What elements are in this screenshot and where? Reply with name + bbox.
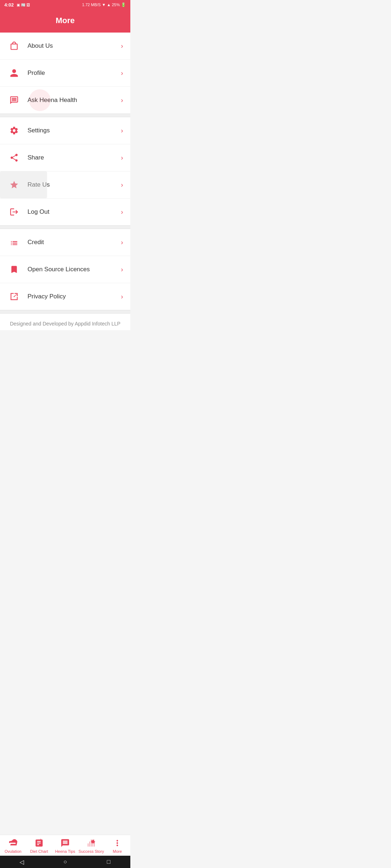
about-us-label: About Us — [28, 42, 121, 50]
battery: 25% — [112, 3, 120, 7]
menu-item-privacy[interactable]: Privacy Policy › — [0, 283, 130, 310]
status-left: 4:02 ▣ 📰 🖼 — [4, 2, 30, 8]
menu-item-credit[interactable]: Credit › — [0, 229, 130, 256]
wifi-icon: ▼ — [102, 3, 106, 7]
checklist-icon — [7, 235, 21, 249]
chat-icon — [7, 93, 21, 107]
ask-heena-label: Ask Heena Health — [28, 97, 121, 104]
person-icon — [7, 66, 21, 80]
bag-icon — [7, 39, 21, 53]
rate-us-chevron: › — [121, 181, 123, 189]
menu-item-logout[interactable]: Log Out › — [0, 199, 130, 225]
share-chevron: › — [121, 154, 123, 162]
signal-icon: ▲ — [107, 3, 111, 7]
menu-item-settings[interactable]: Settings › — [0, 117, 130, 144]
menu-group-1: About Us › Profile › Ask Heena Health › — [0, 33, 130, 114]
privacy-chevron: › — [121, 293, 123, 301]
share-icon — [7, 151, 21, 165]
bookmark-icon — [7, 263, 21, 276]
profile-chevron: › — [121, 69, 123, 77]
settings-chevron: › — [121, 127, 123, 135]
status-time: 4:02 — [4, 2, 14, 8]
share-label: Share — [28, 154, 121, 161]
divider-2 — [0, 225, 130, 229]
settings-label: Settings — [28, 127, 121, 134]
status-right: 1.72 MB/S ▼ ▲ 25% 🔋 — [82, 3, 126, 7]
gear-icon — [7, 124, 21, 137]
notification-icons: ▣ 📰 🖼 — [17, 3, 30, 7]
menu-item-open-source[interactable]: Open Source Licences › — [0, 256, 130, 283]
menu-group-3: Credit › Open Source Licences › Privacy … — [0, 229, 130, 310]
menu-item-rate-us[interactable]: Rate Us › — [0, 171, 130, 199]
open-source-label: Open Source Licences — [28, 266, 121, 273]
menu-group-2: Settings › Share › Rate Us › Log Out › — [0, 117, 130, 225]
battery-icon: 🔋 — [121, 3, 126, 7]
about-us-chevron: › — [121, 42, 123, 50]
open-source-chevron: › — [121, 266, 123, 273]
credit-label: Credit — [28, 239, 121, 246]
logout-chevron: › — [121, 208, 123, 216]
logout-icon — [7, 205, 21, 219]
page-title: More — [56, 16, 75, 25]
menu-item-ask-heena[interactable]: Ask Heena Health › — [0, 87, 130, 114]
footer-credit: Designed and Developed by Appdid Infotec… — [0, 314, 130, 330]
profile-label: Profile — [28, 69, 121, 77]
ask-heena-chevron: › — [121, 97, 123, 104]
policy-icon — [7, 290, 21, 303]
logout-label: Log Out — [28, 208, 121, 216]
divider-3 — [0, 310, 130, 314]
divider-1 — [0, 114, 130, 117]
menu-item-profile[interactable]: Profile › — [0, 60, 130, 87]
network-speed: 1.72 MB/S — [82, 3, 101, 7]
privacy-label: Privacy Policy — [28, 293, 121, 300]
credit-chevron: › — [121, 239, 123, 246]
status-bar: 4:02 ▣ 📰 🖼 1.72 MB/S ▼ ▲ 25% 🔋 — [0, 0, 130, 9]
page-header: More — [0, 9, 130, 33]
menu-item-about-us[interactable]: About Us › — [0, 33, 130, 60]
menu-item-share[interactable]: Share › — [0, 144, 130, 171]
